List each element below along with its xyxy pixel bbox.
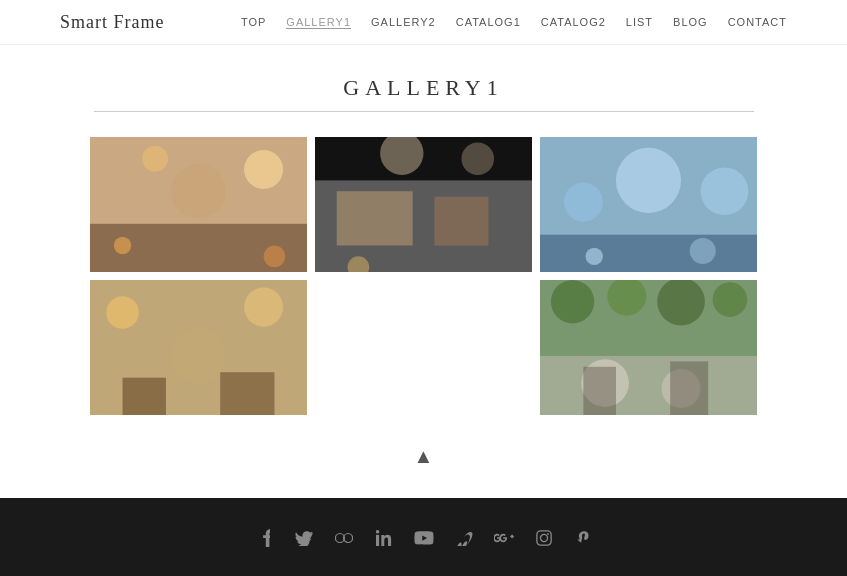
svg-rect-45 <box>536 531 550 545</box>
googleplus-icon[interactable] <box>494 528 514 548</box>
svg-point-20 <box>690 238 716 264</box>
page-title: GALLERY1 <box>0 75 847 101</box>
gallery-image-4 <box>90 280 307 415</box>
nav-blog[interactable]: BLOG <box>673 16 708 28</box>
svg-rect-27 <box>220 372 274 415</box>
svg-point-2 <box>142 146 168 172</box>
pinterest-icon[interactable] <box>574 528 594 548</box>
gallery-item-4[interactable] <box>90 280 307 415</box>
svg-point-24 <box>244 288 283 327</box>
site-header: Smart Frame TOP GALLERY1 GALLERY2 CATALO… <box>0 0 847 45</box>
svg-rect-8 <box>315 137 532 180</box>
svg-point-5 <box>114 237 131 254</box>
svg-rect-40 <box>376 535 379 546</box>
svg-rect-37 <box>670 361 708 415</box>
svg-point-46 <box>540 534 547 541</box>
nav-catalog1[interactable]: CATALOG1 <box>456 16 521 28</box>
gallery-image-3 <box>540 137 757 272</box>
gallery-item-1[interactable] <box>90 137 307 272</box>
svg-point-29 <box>551 280 594 323</box>
gallery-item-6[interactable] <box>540 280 757 415</box>
social-icons-row <box>0 518 847 558</box>
gallery-item-3[interactable] <box>540 137 757 272</box>
svg-point-3 <box>171 164 225 218</box>
svg-rect-18 <box>540 235 757 272</box>
youtube-icon[interactable] <box>414 528 434 548</box>
svg-point-6 <box>264 245 286 267</box>
svg-point-47 <box>547 533 549 535</box>
svg-rect-26 <box>123 378 166 415</box>
back-to-top-section: ▲ <box>0 415 847 498</box>
svg-point-25 <box>171 329 225 383</box>
main-nav: TOP GALLERY1 GALLERY2 CATALOG1 CATALOG2 … <box>241 16 787 29</box>
vimeo-icon[interactable] <box>454 528 474 548</box>
linkedin-icon[interactable] <box>374 528 394 548</box>
instagram-icon[interactable] <box>534 528 554 548</box>
nav-catalog2[interactable]: CATALOG2 <box>541 16 606 28</box>
svg-point-19 <box>586 248 603 265</box>
svg-rect-33 <box>540 356 757 415</box>
svg-rect-12 <box>434 197 488 246</box>
flickr-icon[interactable] <box>334 528 354 548</box>
gallery-image-6 <box>540 280 757 415</box>
svg-point-17 <box>701 167 749 215</box>
svg-point-1 <box>244 150 283 189</box>
svg-point-16 <box>564 183 603 222</box>
gallery-image-1 <box>90 137 307 272</box>
facebook-icon[interactable] <box>254 528 274 548</box>
svg-point-15 <box>616 148 681 213</box>
gallery-grid <box>0 137 847 415</box>
svg-point-41 <box>376 530 379 534</box>
gallery-item-2[interactable] <box>315 137 532 272</box>
nav-gallery2[interactable]: GALLERY2 <box>371 16 436 28</box>
twitter-icon[interactable] <box>294 528 314 548</box>
svg-rect-44 <box>511 535 513 539</box>
svg-point-32 <box>713 282 748 317</box>
nav-list[interactable]: LIST <box>626 16 653 28</box>
svg-rect-36 <box>583 367 616 415</box>
site-logo[interactable]: Smart Frame <box>60 12 164 33</box>
svg-point-10 <box>461 142 494 175</box>
title-divider <box>94 111 754 112</box>
page-title-section: GALLERY1 <box>0 45 847 127</box>
gallery-image-2 <box>315 137 532 272</box>
nav-contact[interactable]: CONTACT <box>728 16 787 28</box>
svg-point-23 <box>106 296 139 329</box>
back-to-top-button[interactable]: ▲ <box>414 445 434 467</box>
svg-rect-11 <box>337 191 413 245</box>
nav-top[interactable]: TOP <box>241 16 266 28</box>
site-footer <box>0 498 847 576</box>
svg-point-31 <box>657 280 705 326</box>
nav-gallery1[interactable]: GALLERY1 <box>286 16 351 29</box>
gallery-item-5-empty <box>315 280 532 415</box>
